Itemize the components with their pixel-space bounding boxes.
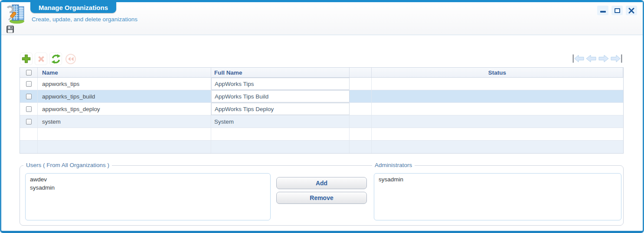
table-toolbar	[20, 53, 77, 65]
users-listbox[interactable]: awdevsysadmin	[25, 173, 271, 220]
table-row[interactable]: systemSystem	[20, 115, 623, 128]
blank-cell	[350, 78, 372, 90]
list-item[interactable]: sysadmin	[374, 175, 621, 184]
organizations-table: Name Full Name Status appworks_tipsAppWo…	[20, 67, 624, 154]
rewind-circle-icon	[65, 53, 76, 65]
maximize-icon	[615, 8, 620, 13]
list-item[interactable]: sysadmin	[26, 184, 270, 192]
add-button[interactable]: Add	[276, 177, 367, 189]
window-controls	[597, 6, 637, 15]
close-button[interactable]	[626, 6, 637, 15]
window-title: Manage Organizations	[39, 4, 108, 11]
maximize-button[interactable]	[611, 6, 623, 15]
remove-button[interactable]: Remove	[276, 192, 367, 204]
administrators-list-label: Administrators	[372, 162, 415, 168]
org-status-cell	[372, 115, 623, 128]
org-status-cell	[372, 103, 623, 115]
row-checkbox[interactable]	[26, 119, 32, 125]
administrators-listbox[interactable]: sysadmin	[374, 173, 621, 220]
org-status-cell	[372, 90, 623, 102]
revert-button[interactable]	[64, 53, 77, 65]
membership-groupbox: Users ( From All Organizations ) Adminis…	[20, 165, 624, 226]
minimize-button[interactable]	[597, 6, 608, 15]
window-subtitle: Create, update, and delete organizations	[32, 16, 137, 23]
table-header-row: Name Full Name Status	[20, 68, 623, 78]
blank-cell	[350, 90, 372, 102]
column-header-blank	[350, 68, 372, 77]
table-row[interactable]: appworks_tips_buildAppWorks Tips Build	[20, 90, 623, 103]
column-header-fullname[interactable]: Full Name	[211, 68, 350, 77]
last-page-button[interactable]	[611, 54, 622, 63]
blank-cell	[350, 103, 372, 115]
select-all-checkbox[interactable]	[26, 70, 32, 75]
title-tab[interactable]: Manage Organizations	[30, 2, 116, 13]
refresh-button[interactable]	[49, 53, 62, 65]
org-fullname-cell[interactable]: AppWorks Tips	[211, 78, 350, 90]
users-list-label: Users ( From All Organizations )	[23, 162, 112, 168]
previous-page-button[interactable]	[585, 54, 597, 63]
minimize-icon	[600, 11, 606, 13]
org-status-cell	[372, 78, 623, 90]
first-page-button[interactable]	[572, 54, 584, 63]
last-page-icon	[611, 54, 622, 63]
previous-page-icon	[585, 54, 597, 63]
checkbox-cell	[20, 78, 38, 90]
checkbox-cell	[20, 90, 38, 102]
delete-x-icon	[36, 54, 46, 64]
first-page-icon	[572, 54, 584, 63]
org-fullname-cell[interactable]: System	[211, 115, 350, 128]
row-checkbox[interactable]	[26, 81, 32, 87]
column-header-name[interactable]: Name	[38, 68, 211, 77]
delete-organization-button[interactable]	[35, 53, 47, 65]
org-fullname-cell[interactable]: AppWorks Tips Build	[211, 90, 350, 102]
list-item[interactable]: awdev	[26, 175, 270, 184]
close-icon	[628, 8, 634, 13]
plus-icon	[21, 54, 31, 64]
add-organization-button[interactable]	[20, 53, 33, 65]
save-icon[interactable]	[7, 26, 14, 33]
org-fullname-cell[interactable]: AppWorks Tips Deploy	[211, 103, 350, 115]
table-row[interactable]: appworks_tips_deployAppWorks Tips Deploy	[20, 103, 623, 115]
next-page-icon	[598, 54, 609, 63]
empty-table-row	[20, 128, 623, 141]
blank-cell	[350, 115, 372, 128]
column-header-status[interactable]: Status	[372, 68, 623, 77]
refresh-icon	[51, 54, 61, 64]
org-name-cell[interactable]: appworks_tips_deploy	[38, 103, 211, 115]
org-name-cell[interactable]: system	[38, 115, 211, 128]
table-row[interactable]: appworks_tipsAppWorks Tips	[20, 78, 623, 90]
checkbox-cell	[20, 103, 38, 115]
membership-buttons: Add Remove	[276, 177, 367, 204]
select-all-cell	[20, 68, 38, 77]
manage-organizations-window: Manage Organizations Create, update, and…	[0, 0, 644, 233]
table-body: appworks_tipsAppWorks Tipsappworks_tips_…	[20, 78, 623, 153]
checkbox-cell	[20, 115, 38, 128]
pagination-controls	[572, 54, 622, 63]
empty-table-row	[20, 141, 623, 153]
row-checkbox[interactable]	[26, 106, 32, 112]
window-header: Manage Organizations Create, update, and…	[1, 2, 643, 35]
row-checkbox[interactable]	[26, 94, 32, 99]
org-name-cell[interactable]: appworks_tips_build	[38, 90, 211, 102]
organization-app-icon	[5, 3, 26, 25]
org-name-cell[interactable]: appworks_tips	[38, 78, 211, 90]
next-page-button[interactable]	[598, 54, 609, 63]
